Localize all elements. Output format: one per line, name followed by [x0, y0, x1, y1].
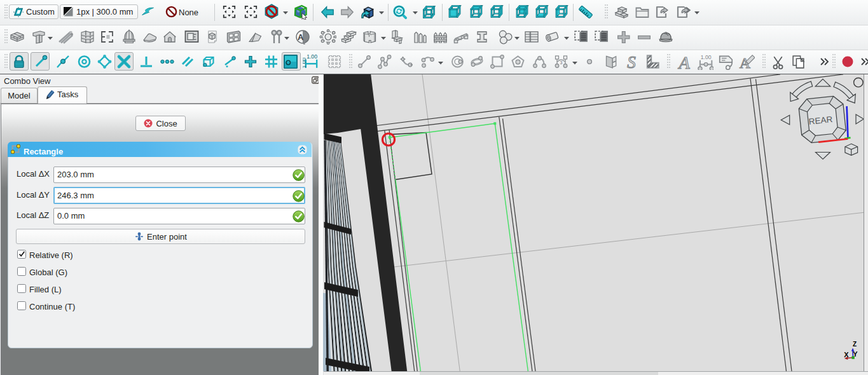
- svg-text:3: 3: [560, 60, 563, 65]
- svg-text:1.00: 1.00: [701, 54, 712, 60]
- svg-text:A: A: [677, 53, 690, 70]
- svg-text:1.00: 1.00: [303, 58, 307, 69]
- svg-text:1.00: 1.00: [307, 53, 317, 60]
- svg-text:S: S: [627, 53, 636, 70]
- svg-text:Z: Z: [853, 341, 857, 348]
- svg-text:A: A: [298, 32, 304, 42]
- svg-text:X: X: [844, 351, 849, 358]
